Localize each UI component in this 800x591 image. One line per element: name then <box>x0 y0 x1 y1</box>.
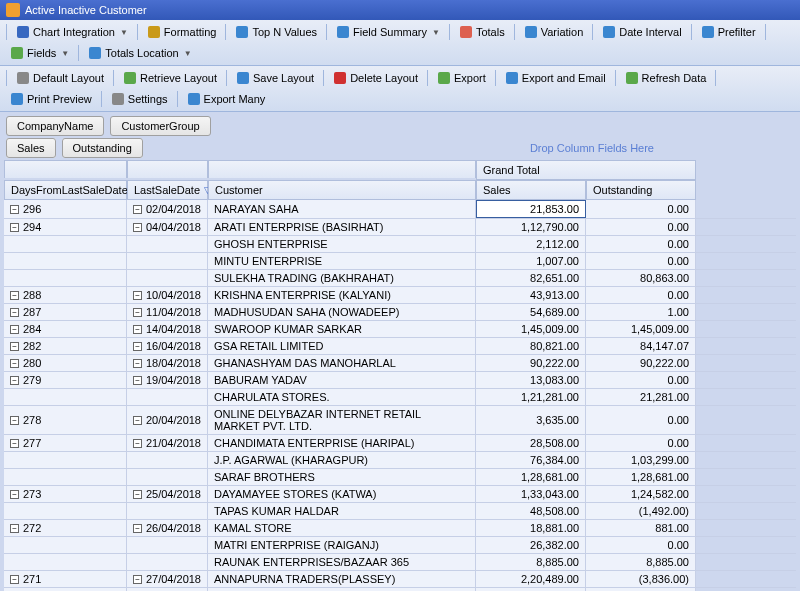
cell-sales[interactable]: 43,913.00 <box>476 287 586 303</box>
col-header-date[interactable]: LastSaleDate ▽ <box>127 180 208 200</box>
collapse-icon[interactable]: − <box>133 223 142 232</box>
collapse-icon[interactable]: − <box>133 524 142 533</box>
cell-sales[interactable]: 1,007.00 <box>476 253 586 269</box>
data-field-tab[interactable]: Outstanding <box>62 138 143 158</box>
cell-sales[interactable]: 1,33,043.00 <box>476 486 586 502</box>
cell-sales[interactable]: 76,384.00 <box>476 452 586 468</box>
collapse-icon[interactable]: − <box>10 223 19 232</box>
toolbar-btn[interactable]: Chart Integration▼ <box>10 22 134 42</box>
toolbar-btn[interactable]: Formatting <box>141 22 223 42</box>
collapse-icon[interactable]: − <box>133 490 142 499</box>
collapse-icon[interactable]: − <box>10 524 19 533</box>
cell-outstanding[interactable]: 0.00 <box>586 200 696 218</box>
cell-sales[interactable]: 18,881.00 <box>476 520 586 536</box>
collapse-icon[interactable]: − <box>133 325 142 334</box>
group-field-pill[interactable]: CustomerGroup <box>110 116 210 136</box>
svg-rect-8 <box>11 47 23 59</box>
cell-outstanding[interactable]: 0.00 <box>586 537 696 553</box>
toolbar-btn[interactable]: Export <box>431 68 492 88</box>
toolbar-btn[interactable]: Settings <box>105 89 174 109</box>
cell-sales[interactable]: 1,28,681.00 <box>476 469 586 485</box>
cell-sales[interactable]: 1,21,281.00 <box>476 389 586 405</box>
collapse-icon[interactable]: − <box>10 439 19 448</box>
cell-outstanding[interactable]: 1.00 <box>586 304 696 320</box>
collapse-icon[interactable]: − <box>133 575 142 584</box>
cell-sales[interactable]: 82,651.00 <box>476 270 586 286</box>
collapse-icon[interactable]: − <box>10 325 19 334</box>
cell-outstanding[interactable]: (1,492.00) <box>586 503 696 519</box>
cell-sales[interactable]: 90,222.00 <box>476 355 586 371</box>
toolbar-btn[interactable]: Delete Layout <box>327 68 424 88</box>
cell-sales[interactable]: 3,635.00 <box>476 406 586 434</box>
col-header-sales[interactable]: Sales <box>476 180 586 200</box>
cell-outstanding[interactable]: 0.00 <box>586 236 696 252</box>
collapse-icon[interactable]: − <box>133 359 142 368</box>
collapse-icon[interactable]: − <box>10 291 19 300</box>
cell-sales[interactable]: 28,508.00 <box>476 435 586 451</box>
collapse-icon[interactable]: − <box>10 359 19 368</box>
cell-outstanding[interactable]: 84,147.07 <box>586 338 696 354</box>
cell-outstanding[interactable]: 8,885.00 <box>586 554 696 570</box>
collapse-icon[interactable]: − <box>10 308 19 317</box>
toolbar-btn[interactable]: Totals <box>453 22 511 42</box>
cell-sales[interactable]: 21,853.00 <box>476 200 586 218</box>
cell-sales[interactable]: 1,12,790.00 <box>476 219 586 235</box>
toolbar-btn[interactable]: Print Preview <box>4 89 98 109</box>
col-header-customer[interactable]: Customer <box>208 180 476 200</box>
collapse-icon[interactable]: − <box>133 308 142 317</box>
toolbar-btn[interactable]: Field Summary▼ <box>330 22 446 42</box>
toolbar-btn[interactable]: Refresh Data <box>619 68 713 88</box>
cell-outstanding[interactable]: 1,28,681.00 <box>586 469 696 485</box>
collapse-icon[interactable]: − <box>10 342 19 351</box>
collapse-icon[interactable]: − <box>10 416 19 425</box>
toolbar-btn[interactable]: Top N Values <box>229 22 323 42</box>
cell-sales[interactable]: 54,689.00 <box>476 304 586 320</box>
toolbar-btn[interactable]: Date Interval <box>596 22 687 42</box>
collapse-icon[interactable]: − <box>10 205 19 214</box>
toolbar-btn[interactable]: Default Layout <box>10 68 110 88</box>
collapse-icon[interactable]: − <box>133 416 142 425</box>
toolbar-btn[interactable]: Save Layout <box>230 68 320 88</box>
toolbar-btn[interactable]: Totals Location▼ <box>82 43 197 63</box>
collapse-icon[interactable]: − <box>133 205 142 214</box>
toolbar-btn[interactable]: Fields▼ <box>4 43 75 63</box>
collapse-icon[interactable]: − <box>10 575 19 584</box>
collapse-icon[interactable]: − <box>133 439 142 448</box>
cell-sales[interactable]: 13,083.00 <box>476 372 586 388</box>
cell-outstanding[interactable]: 1,24,582.00 <box>586 486 696 502</box>
cell-outstanding[interactable]: 0.00 <box>586 253 696 269</box>
toolbar-btn[interactable]: Export and Email <box>499 68 612 88</box>
cell-outstanding[interactable]: 21,281.00 <box>586 389 696 405</box>
col-header-outstanding[interactable]: Outstanding <box>586 180 696 200</box>
group-field-pill[interactable]: CompanyName <box>6 116 104 136</box>
toolbar-btn[interactable]: Retrieve Layout <box>117 68 223 88</box>
collapse-icon[interactable]: − <box>133 291 142 300</box>
cell-outstanding[interactable]: 0.00 <box>586 219 696 235</box>
cell-outstanding[interactable]: 0.00 <box>586 287 696 303</box>
cell-outstanding[interactable]: 0.00 <box>586 406 696 434</box>
cell-outstanding[interactable]: 881.00 <box>586 520 696 536</box>
toolbar-btn[interactable]: Variation <box>518 22 590 42</box>
cell-outstanding[interactable]: 90,222.00 <box>586 355 696 371</box>
collapse-icon[interactable]: − <box>133 376 142 385</box>
data-field-tab[interactable]: Sales <box>6 138 56 158</box>
cell-outstanding[interactable]: 80,863.00 <box>586 270 696 286</box>
collapse-icon[interactable]: − <box>133 342 142 351</box>
toolbar-btn[interactable]: Export Many <box>181 89 272 109</box>
cell-sales[interactable]: 2,112.00 <box>476 236 586 252</box>
collapse-icon[interactable]: − <box>10 376 19 385</box>
cell-sales[interactable]: 26,382.00 <box>476 537 586 553</box>
cell-sales[interactable]: 8,885.00 <box>476 554 586 570</box>
cell-outstanding[interactable]: 1,03,299.00 <box>586 452 696 468</box>
toolbar-btn[interactable]: Prefilter <box>695 22 762 42</box>
cell-outstanding[interactable]: (3,836.00) <box>586 571 696 587</box>
cell-sales[interactable]: 2,20,489.00 <box>476 571 586 587</box>
cell-outstanding[interactable]: 1,45,009.00 <box>586 321 696 337</box>
collapse-icon[interactable]: − <box>10 490 19 499</box>
cell-sales[interactable]: 80,821.00 <box>476 338 586 354</box>
cell-sales[interactable]: 48,508.00 <box>476 503 586 519</box>
cell-outstanding[interactable]: 0.00 <box>586 372 696 388</box>
cell-sales[interactable]: 1,45,009.00 <box>476 321 586 337</box>
col-header-days[interactable]: DaysFromLastSaleDate ▽ <box>4 180 127 200</box>
cell-outstanding[interactable]: 0.00 <box>586 435 696 451</box>
